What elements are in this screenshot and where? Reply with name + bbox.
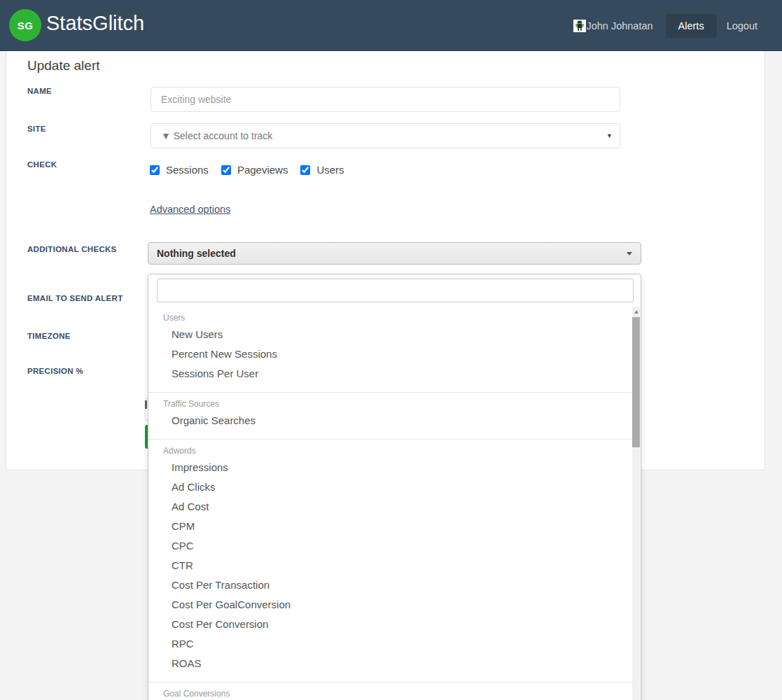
dropdown-group: Traffic SourcesOrganic Searches bbox=[148, 393, 634, 440]
site-select-value: ▼ Select account to track bbox=[161, 130, 272, 141]
dropdown-search-input[interactable] bbox=[157, 279, 634, 302]
app-header: SG StatsGlitch John Johnatan Alerts Logo… bbox=[0, 0, 782, 51]
name-input[interactable] bbox=[151, 87, 620, 112]
dropdown-item[interactable]: ROAS bbox=[148, 654, 634, 673]
checkbox-sessions[interactable]: Sessions bbox=[150, 164, 209, 176]
dropdown-item[interactable]: Sessions Per User bbox=[148, 364, 634, 384]
checkbox-label: Sessions bbox=[166, 164, 209, 176]
scrollbar-thumb[interactable] bbox=[632, 317, 640, 447]
check-label: CHECK bbox=[27, 160, 57, 169]
advanced-options-link[interactable]: Advanced options bbox=[150, 204, 230, 215]
dropdown-group: UsersNew UsersPercent New SessionsSessio… bbox=[148, 307, 634, 393]
dropdown-group-label: Adwords bbox=[148, 444, 634, 458]
dropdown-group: AdwordsImpressionsAd ClicksAd CostCPMCPC… bbox=[148, 440, 634, 682]
dropdown-item[interactable]: CPC bbox=[148, 536, 634, 556]
user-avatar-icon bbox=[573, 20, 586, 32]
name-label: NAME bbox=[27, 87, 52, 95]
additional-checks-label: ADDITIONAL CHECKS bbox=[27, 245, 117, 253]
dropdown-item[interactable]: CPM bbox=[148, 517, 634, 536]
select-caret-icon: ▼ bbox=[606, 132, 613, 139]
dropdown-item[interactable]: New Users bbox=[148, 325, 634, 344]
header-right: John Johnatan Alerts Logout bbox=[573, 0, 767, 51]
dropdown-item[interactable]: Ad Cost bbox=[148, 497, 634, 517]
dropdown-group-label: Traffic Sources bbox=[148, 397, 634, 411]
dropdown-item[interactable]: Cost Per GoalConversion bbox=[148, 595, 634, 615]
nav-logout-link[interactable]: Logout bbox=[717, 14, 767, 38]
app-title: StatsGlitch bbox=[46, 12, 144, 35]
precision-input-mark bbox=[145, 400, 147, 409]
dropdown-item[interactable]: Impressions bbox=[148, 458, 634, 477]
dropdown-option-list: UsersNew UsersPercent New SessionsSessio… bbox=[148, 307, 634, 700]
precision-label: PRECISION % bbox=[27, 367, 83, 375]
app-logo-text: SG bbox=[18, 20, 34, 31]
dropdown-item[interactable]: Cost Per Conversion bbox=[148, 615, 634, 634]
nav-alerts-button[interactable]: Alerts bbox=[666, 14, 717, 38]
checkbox-pageviews[interactable]: Pageviews bbox=[221, 164, 288, 176]
check-options-row: SessionsPageviewsUsers bbox=[150, 164, 357, 176]
dropdown-item[interactable]: Organic Searches bbox=[148, 411, 634, 430]
dropdown-item[interactable]: Percent New Sessions bbox=[148, 344, 634, 364]
checkbox-input-pageviews[interactable] bbox=[221, 165, 231, 175]
dropdown-item[interactable]: Ad Clicks bbox=[148, 477, 634, 497]
additional-checks-value: Nothing selected bbox=[157, 248, 236, 259]
checkbox-label: Users bbox=[316, 164, 344, 176]
additional-checks-dropdown: UsersNew UsersPercent New SessionsSessio… bbox=[148, 274, 641, 700]
dropdown-scrollbar[interactable] bbox=[632, 307, 640, 700]
dropdown-item[interactable]: CTR bbox=[148, 556, 634, 575]
app-logo[interactable]: SG bbox=[9, 9, 41, 41]
site-select[interactable]: ▼ Select account to track ▼ bbox=[151, 123, 620, 148]
timezone-label: TIMEZONE bbox=[27, 332, 71, 340]
checkbox-users[interactable]: Users bbox=[300, 164, 344, 176]
additional-checks-toggle[interactable]: Nothing selected bbox=[148, 242, 641, 265]
dropdown-item[interactable]: RPC bbox=[148, 634, 634, 654]
email-label: EMAIL TO SEND ALERT bbox=[27, 294, 123, 302]
chevron-down-icon bbox=[627, 252, 632, 255]
scroll-up-arrow-icon[interactable] bbox=[632, 307, 640, 316]
checkbox-input-users[interactable] bbox=[300, 165, 310, 175]
dropdown-group-label: Users bbox=[148, 311, 634, 325]
dropdown-group: Goal Conversions bbox=[148, 682, 634, 700]
checkbox-label: Pageviews bbox=[237, 164, 288, 176]
dropdown-item[interactable]: Cost Per Transaction bbox=[148, 575, 634, 595]
dropdown-group-label: Goal Conversions bbox=[148, 687, 634, 700]
user-name: John Johnatan bbox=[586, 20, 652, 31]
page-title: Update alert bbox=[27, 58, 100, 74]
site-label: SITE bbox=[27, 125, 46, 133]
checkbox-input-sessions[interactable] bbox=[150, 165, 160, 175]
